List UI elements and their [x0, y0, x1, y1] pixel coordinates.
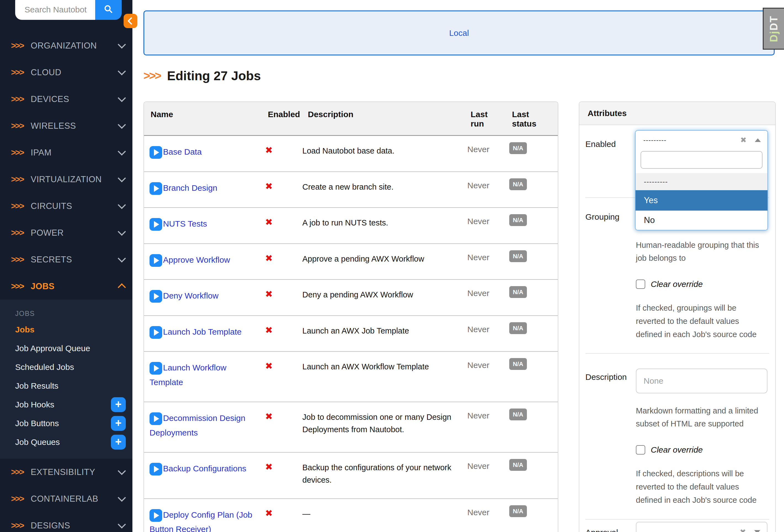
run-job-button[interactable]	[149, 463, 162, 475]
job-name-link[interactable]: Branch Design	[163, 183, 217, 193]
enabled-select-control[interactable]: --------- ✖	[636, 131, 767, 149]
run-job-button[interactable]	[149, 326, 162, 339]
job-name-link[interactable]: Approve Workflow	[163, 255, 230, 264]
dropdown-option-yes[interactable]: Yes	[636, 190, 767, 211]
job-name-cell: Branch Design	[144, 172, 261, 208]
job-last-run: Never	[464, 316, 505, 351]
sidebar-item-jobs[interactable]: >>> JOBS	[0, 273, 133, 300]
search-input[interactable]	[15, 0, 95, 20]
run-job-button[interactable]	[149, 254, 162, 267]
triple-chevron-icon: >>>	[11, 467, 24, 477]
status-badge: N/A	[509, 142, 527, 154]
triple-chevron-icon: >>>	[11, 201, 24, 211]
job-last-status-cell: N/A	[505, 280, 557, 315]
job-description: Deny a pending AWX Workflow	[301, 280, 464, 315]
table-row: Deploy Config Plan (Job Button Receiver)…	[144, 499, 558, 532]
job-enabled-cell: ✖	[261, 499, 301, 532]
dropdown-options: ---------YesNo	[636, 173, 767, 230]
triple-chevron-icon: >>>	[11, 494, 24, 504]
status-badge: N/A	[509, 459, 527, 471]
submenu-item-scheduled-jobs[interactable]: Scheduled Jobs	[0, 358, 133, 377]
job-name-link[interactable]: Deploy Config Plan (Job Button Receiver)	[149, 510, 252, 532]
dropdown-option-no[interactable]: No	[636, 211, 767, 230]
sidebar-collapse-button[interactable]	[123, 14, 137, 28]
job-name-link[interactable]: Base Data	[163, 147, 202, 156]
submenu-item-jobs[interactable]: Jobs	[0, 320, 133, 339]
job-last-status-cell: N/A	[505, 244, 557, 279]
run-job-button[interactable]	[149, 509, 162, 522]
submenu-item-job-queues[interactable]: Job Queues +	[0, 433, 133, 451]
job-last-run: Never	[464, 172, 505, 208]
sidebar-item-devices[interactable]: >>> DEVICES	[0, 86, 133, 113]
dropdown-search-input[interactable]	[641, 151, 762, 169]
grouping-clear-override-checkbox[interactable]	[636, 279, 645, 289]
sidebar-item-extensibility[interactable]: >>> EXTENSIBILITY	[0, 459, 133, 485]
sidebar-item-virtualization[interactable]: >>> VIRTUALIZATION	[0, 166, 133, 193]
not-enabled-icon: ✖	[265, 508, 273, 518]
column-header: Last run	[464, 102, 505, 135]
status-badge: N/A	[509, 322, 527, 334]
submenu-item-label: Job Hooks	[15, 400, 111, 409]
triple-chevron-icon: >>>	[143, 69, 161, 82]
job-last-status-cell: N/A	[505, 208, 557, 243]
column-header: Description	[301, 102, 464, 135]
job-last-run: Never	[464, 499, 505, 532]
run-job-button[interactable]	[149, 412, 162, 425]
sidebar-item-circuits[interactable]: >>> CIRCUITS	[0, 193, 133, 219]
clear-selection-icon[interactable]: ✖	[739, 528, 746, 532]
sidebar-item-containerlab[interactable]: >>> CONTAINERLAB	[0, 485, 133, 512]
submenu-item-label: Job Buttons	[15, 419, 111, 428]
job-name-cell: Decommission Design Deployments	[144, 402, 261, 452]
run-job-button[interactable]	[149, 146, 162, 159]
sidebar-item-organization[interactable]: >>> ORGANIZATION	[0, 32, 133, 59]
submenu-item-job-buttons[interactable]: Job Buttons +	[0, 414, 133, 433]
add-button[interactable]: +	[111, 435, 126, 450]
jobs-table: NameEnabledDescriptionLast runLast statu…	[143, 101, 558, 532]
description-label: Description	[585, 368, 636, 507]
add-button[interactable]: +	[111, 397, 126, 412]
djdt-toolbar-handle[interactable]: DjDT	[763, 8, 784, 50]
page-title: >>> Editing 27 Jobs	[143, 68, 261, 83]
attributes-panel-header: Attributes	[579, 102, 775, 125]
job-last-status-cell: N/A	[505, 136, 557, 172]
sidebar-item-wireless[interactable]: >>> WIRELESS	[0, 113, 133, 139]
chevron-down-icon	[118, 228, 126, 236]
attributes-title: Attributes	[588, 109, 627, 118]
sidebar-item-secrets[interactable]: >>> SECRETS	[0, 246, 133, 273]
description-input[interactable]	[636, 368, 767, 393]
sidebar-item-cloud[interactable]: >>> CLOUD	[0, 59, 133, 86]
job-description: A job to run NUTS tests.	[301, 208, 464, 243]
run-job-button[interactable]	[149, 218, 162, 231]
enabled-label: Enabled	[585, 136, 636, 185]
play-icon	[154, 293, 159, 300]
add-button[interactable]: +	[111, 416, 126, 431]
job-name-link[interactable]: Deny Workflow	[163, 291, 219, 300]
job-name-cell: Launch Job Template	[144, 316, 261, 351]
dropdown-option-blank[interactable]: ---------	[636, 173, 767, 190]
submenu-item-label: Scheduled Jobs	[15, 362, 126, 372]
enabled-select-value: ---------	[643, 136, 740, 144]
local-tab-banner[interactable]: Local	[143, 10, 775, 55]
triple-chevron-icon: >>>	[11, 175, 24, 184]
sidebar-item-designs[interactable]: >>> DESIGNS	[0, 512, 133, 532]
clear-selection-icon[interactable]: ✖	[740, 136, 747, 144]
search-button[interactable]	[95, 0, 122, 20]
job-last-status-cell: N/A	[505, 499, 557, 532]
run-job-button[interactable]	[149, 290, 162, 303]
job-last-status-cell: N/A	[505, 402, 557, 452]
run-job-button[interactable]	[149, 182, 162, 195]
job-name-link[interactable]: Launch Job Template	[163, 327, 242, 336]
submenu-item-job-approval-queue[interactable]: Job Approval Queue	[0, 339, 133, 358]
submenu-item-job-results[interactable]: Job Results	[0, 377, 133, 395]
run-job-button[interactable]	[149, 362, 162, 375]
submenu-item-job-hooks[interactable]: Job Hooks +	[0, 395, 133, 414]
approval-select[interactable]: --------- ✖	[636, 522, 767, 532]
job-name-link[interactable]: Decommission Design Deployments	[149, 413, 245, 437]
sidebar-item-ipam[interactable]: >>> IPAM	[0, 139, 133, 166]
sidebar-item-power[interactable]: >>> POWER	[0, 219, 133, 246]
description-clear-override-checkbox[interactable]	[636, 445, 645, 454]
chevron-down-icon	[118, 494, 126, 502]
chevron-down-icon	[754, 530, 760, 532]
job-name-link[interactable]: Backup Configurations	[163, 464, 246, 473]
job-name-link[interactable]: NUTS Tests	[163, 219, 207, 228]
